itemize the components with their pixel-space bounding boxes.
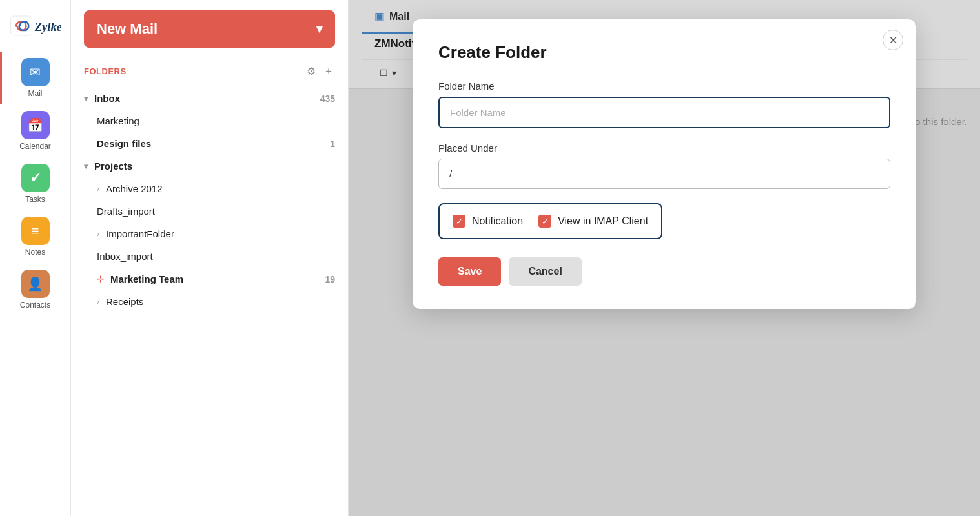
tasks-icon: ✓ [21, 164, 50, 192]
placed-under-input[interactable] [438, 159, 890, 189]
design-files-label: Design files [97, 138, 151, 149]
projects-chevron-down-icon: ▾ [84, 162, 88, 171]
inbox-count: 435 [320, 94, 335, 104]
inbox-import-label: Inbox_import [97, 251, 153, 262]
sidebar-item-contacts[interactable]: 👤 Contacts [0, 263, 70, 316]
create-folder-modal: ✕ Create Folder Folder Name Placed Under… [413, 19, 916, 309]
archive-2012-label: Archive 2012 [106, 183, 163, 194]
app-logo: Zylker [6, 6, 65, 45]
design-files-count: 1 [330, 139, 335, 149]
folder-item-design-files[interactable]: Design files 1 [71, 132, 348, 155]
notes-icon: ≡ [21, 217, 50, 245]
folders-add-button[interactable]: ＋ [322, 63, 335, 79]
folders-settings-button[interactable]: ⚙ [305, 63, 317, 79]
notification-label: Notification [472, 215, 523, 227]
sidebar-item-notes[interactable]: ≡ Notes [0, 210, 70, 263]
sidebar-label-mail: Mail [28, 89, 42, 98]
projects-label: Projects [94, 161, 132, 172]
drafts-import-label: Drafts_import [97, 206, 155, 217]
notification-checkbox-item[interactable]: ✓ Notification [453, 215, 523, 228]
folders-label: FOLDERS [84, 66, 127, 76]
sidebar-label-notes: Notes [25, 248, 45, 257]
marketing-team-label: Marketing Team [110, 273, 183, 284]
marketing-label: Marketing [97, 115, 139, 126]
modal-close-button[interactable]: ✕ [883, 30, 903, 50]
notification-checkbox[interactable]: ✓ [453, 215, 465, 228]
checkboxes-row: ✓ Notification ✓ View in IMAP Client [438, 203, 662, 239]
receipts-label: Receipts [106, 296, 143, 307]
contacts-icon: 👤 [21, 270, 50, 298]
folder-item-important-folder[interactable]: › ImportantFolder [71, 223, 348, 245]
inbox-chevron-down-icon: ▾ [84, 94, 88, 103]
sidebar-label-calendar: Calendar [19, 142, 51, 151]
folder-item-archive-2012[interactable]: › Archive 2012 [71, 177, 348, 200]
folders-actions: ⚙ ＋ [305, 63, 335, 79]
app-sidebar: Zylker ✉ Mail 📅 Calendar ✓ Tasks ≡ Notes… [0, 0, 71, 516]
sidebar-item-mail[interactable]: ✉ Mail [0, 52, 70, 104]
sidebar-label-tasks: Tasks [25, 195, 45, 204]
modal-overlay[interactable]: ✕ Create Folder Folder Name Placed Under… [349, 0, 980, 516]
mail-icon: ✉ [21, 58, 50, 86]
imap-checkbox-item[interactable]: ✓ View in IMAP Client [538, 215, 648, 228]
inbox-label: Inbox [94, 93, 120, 104]
sidebar-item-tasks[interactable]: ✓ Tasks [0, 157, 70, 210]
sidebar-item-calendar[interactable]: 📅 Calendar [0, 104, 70, 157]
folder-item-inbox-import[interactable]: Inbox_import [71, 245, 348, 268]
new-mail-chevron-icon: ▾ [316, 22, 322, 36]
imap-label: View in IMAP Client [558, 215, 648, 227]
archive-chevron-right-icon: › [97, 184, 99, 194]
folder-item-inbox[interactable]: ▾ Inbox 435 [71, 87, 348, 110]
cancel-button[interactable]: Cancel [509, 257, 581, 286]
marketing-team-share-icon: ⊹ [97, 274, 104, 284]
imap-checkbox[interactable]: ✓ [538, 215, 551, 228]
svg-text:Zylker: Zylker [34, 20, 61, 34]
sidebar-label-contacts: Contacts [20, 301, 50, 310]
calendar-icon: 📅 [21, 111, 50, 139]
folder-item-marketing-team[interactable]: ⊹ Marketing Team 19 [71, 268, 348, 290]
folders-header: FOLDERS ⚙ ＋ [71, 58, 348, 84]
folder-item-marketing[interactable]: Marketing [71, 110, 348, 132]
important-folder-chevron-right-icon: › [97, 230, 99, 239]
folder-item-receipts[interactable]: › Receipts [71, 290, 348, 313]
folder-name-label: Folder Name [438, 81, 890, 92]
save-button[interactable]: Save [438, 257, 501, 286]
marketing-team-count: 19 [325, 274, 335, 284]
important-folder-label: ImportantFolder [106, 228, 174, 239]
placed-under-label: Placed Under [438, 143, 890, 154]
modal-title: Create Folder [438, 43, 890, 63]
modal-actions: Save Cancel [438, 257, 890, 286]
folder-item-projects[interactable]: ▾ Projects [71, 155, 348, 177]
new-mail-button[interactable]: New Mail ▾ [84, 10, 335, 48]
folder-name-input[interactable] [438, 97, 890, 128]
folder-item-drafts-import[interactable]: Drafts_import [71, 200, 348, 223]
folder-panel: New Mail ▾ FOLDERS ⚙ ＋ ▾ Inbox 435 Marke… [71, 0, 349, 516]
new-mail-label: New Mail [97, 21, 158, 37]
main-area: ▣ Mail ZMNotification • 699 Unread Email… [349, 0, 980, 516]
receipts-chevron-right-icon: › [97, 297, 99, 306]
